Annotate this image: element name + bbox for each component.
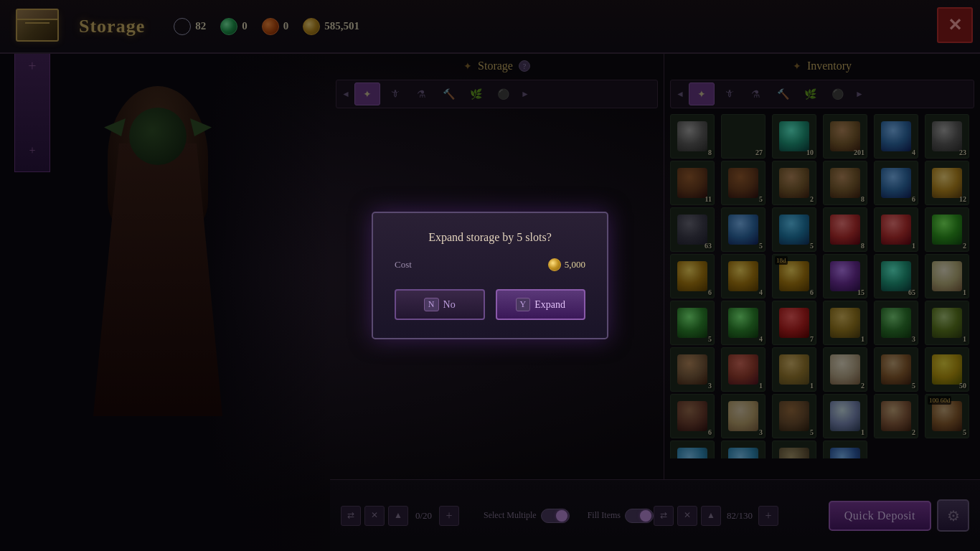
dialog-title: Expand storage by 5 slots? [395, 231, 585, 244]
dialog-gold-icon [548, 258, 561, 271]
dialog-yes-button[interactable]: Y Expand [496, 289, 586, 320]
no-key-badge: N [424, 298, 439, 311]
dialog-cost-amount: 5,000 [565, 259, 585, 270]
no-label: No [443, 299, 456, 311]
yes-key-badge: Y [516, 298, 531, 311]
yes-label: Expand [534, 299, 565, 311]
dialog-overlay: Expand storage by 5 slots? Cost 5,000 N … [0, 0, 980, 551]
dialog-cost-label: Cost [395, 259, 412, 270]
expand-dialog: Expand storage by 5 slots? Cost 5,000 N … [372, 212, 608, 339]
dialog-cost-value: 5,000 [548, 258, 585, 271]
dialog-cost-row: Cost 5,000 [395, 258, 585, 271]
dialog-no-button[interactable]: N No [395, 289, 485, 320]
dialog-buttons: N No Y Expand [395, 289, 585, 320]
